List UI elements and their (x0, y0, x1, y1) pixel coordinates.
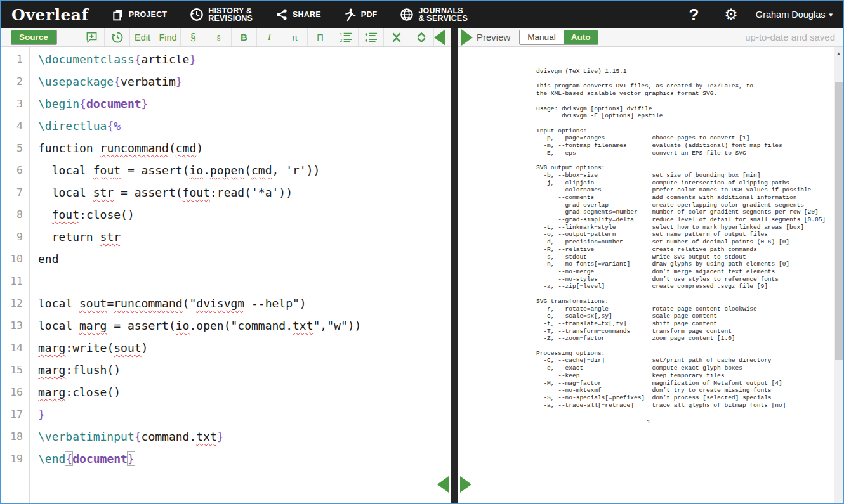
numbered-list-icon: 1 2 (340, 32, 352, 43)
code-line[interactable]: local str = assert(fout:read('*a')) (38, 181, 451, 204)
code-line[interactable] (38, 270, 451, 292)
find-button[interactable]: Find (155, 28, 180, 46)
bullet-list-button[interactable] (358, 28, 383, 46)
nav-project[interactable]: PROJECT (100, 1, 178, 28)
code-editor[interactable]: 12345678910111213141516171819 \documentc… (1, 47, 451, 503)
source-mode-button[interactable]: Source (11, 30, 56, 44)
user-menu[interactable]: Graham Douglas ▾ (749, 10, 843, 20)
track-changes-button[interactable] (104, 28, 129, 46)
code-line[interactable]: \end{document} (38, 448, 451, 470)
scroll-up-icon[interactable]: ▲ (834, 47, 843, 56)
line-number: 9 (1, 226, 23, 248)
code-line[interactable]: \verbatiminput{command.txt} (38, 425, 451, 448)
expand-preview-arrow-icon[interactable] (461, 29, 473, 46)
line-number: 4 (1, 115, 23, 137)
line-number: 17 (1, 403, 23, 425)
code-line[interactable]: } (38, 403, 451, 425)
line-number: 14 (1, 337, 23, 359)
collapse-sections-button[interactable] (383, 28, 409, 46)
section-icon[interactable]: § (190, 32, 196, 43)
nav-history-label: HISTORY & REVISIONS (208, 7, 253, 22)
svg-text:2: 2 (340, 37, 342, 43)
help-button[interactable]: ? (675, 5, 713, 25)
subsection-icon[interactable]: § (216, 34, 220, 41)
bullet-list-icon (365, 32, 378, 43)
nav-pdf-label: PDF (361, 11, 378, 18)
expand-sections-button[interactable] (409, 28, 434, 46)
nav-history-revisions[interactable]: HISTORY & REVISIONS (178, 1, 264, 28)
nav-pdf[interactable]: PDF (333, 1, 389, 28)
code-line[interactable]: end (38, 248, 451, 270)
code-line[interactable]: local sout=runcommand("dvisvgm --help") (38, 292, 451, 314)
text-cursor (135, 451, 136, 465)
line-number: 2 (1, 70, 23, 93)
navbar-right: ? ⚙ Graham Douglas ▾ (675, 1, 843, 28)
comment-plus-icon (86, 31, 98, 43)
preview-pane: Preview Manual Auto up-to-date and saved… (458, 28, 843, 503)
line-number: 8 (1, 204, 23, 226)
editor-toolbar: Source Rich Text (1, 28, 451, 47)
compile-mode-toggle: Manual Auto (519, 30, 598, 45)
collapse-editor-arrow-icon[interactable] (434, 29, 445, 46)
preview-scrollbar[interactable]: ▲ (834, 47, 843, 503)
code-line[interactable]: \directlua{% (38, 115, 451, 137)
pdf-page: dvisvgm (TeX Live) 1.15.1 This program c… (458, 47, 839, 425)
line-number: 18 (1, 425, 23, 448)
main-split: Source Rich Text (1, 28, 843, 503)
code-line[interactable]: local marg = assert(io.open("command.txt… (38, 314, 451, 337)
code-line[interactable]: marg:flush() (38, 359, 451, 381)
line-number: 19 (1, 448, 23, 470)
add-comment-button[interactable] (79, 28, 104, 46)
pdf-page-number: 1 (458, 418, 761, 425)
code-line[interactable]: function runcommand(cmd) (38, 137, 451, 159)
line-number: 7 (1, 181, 23, 204)
preview-bottom-expand-icon[interactable] (460, 476, 471, 493)
scrollbar-thumb[interactable] (835, 82, 843, 360)
code-line[interactable]: fout:close() (38, 204, 451, 226)
code-line[interactable]: \documentclass{article} (38, 48, 451, 70)
line-number: 10 (1, 248, 23, 270)
display-math-button[interactable]: Π (307, 28, 333, 46)
nav-share-label: SHARE (293, 11, 321, 18)
expand-icon (415, 31, 428, 44)
line-numbers: 12345678910111213141516171819 (1, 47, 30, 503)
line-number: 12 (1, 292, 23, 314)
bold-icon[interactable]: B (241, 32, 247, 42)
auto-compile-button[interactable]: Auto (564, 30, 598, 44)
pane-resizer[interactable] (451, 28, 458, 503)
section-button: § (180, 28, 206, 46)
italic-button: I (256, 28, 282, 46)
bold-button: B (231, 28, 256, 46)
code-line[interactable]: marg:write(sout) (38, 337, 451, 359)
manual-compile-button[interactable]: Manual (520, 30, 563, 44)
code-lines[interactable]: \documentclass{article}\usepackage{verba… (30, 47, 451, 503)
history-icon (190, 8, 204, 22)
editor-bottom-collapse-icon[interactable] (437, 476, 449, 493)
edit-button[interactable]: Edit (129, 28, 155, 46)
nav-share[interactable]: SHARE (264, 1, 333, 28)
share-icon (275, 8, 288, 21)
line-number: 16 (1, 381, 23, 403)
chevron-down-icon: ▾ (829, 11, 833, 19)
code-line[interactable]: marg:close() (38, 381, 451, 403)
numbered-list-button[interactable]: 1 2 (333, 28, 358, 46)
pdf-viewer[interactable]: dvisvgm (TeX Live) 1.15.1 This program c… (458, 47, 843, 503)
line-number: 3 (1, 93, 23, 115)
italic-icon[interactable]: I (268, 32, 271, 42)
code-line[interactable]: return str (38, 226, 451, 248)
history-restore-icon (111, 31, 124, 44)
editor-pane: Source Rich Text (1, 28, 451, 503)
code-line[interactable]: \usepackage{verbatim} (38, 70, 451, 93)
overleaf-logo[interactable]: Overleaf (1, 6, 100, 24)
preview-toolbar: Preview Manual Auto up-to-date and saved (458, 28, 843, 47)
rich-text-mode-button[interactable]: Rich Text (56, 30, 57, 44)
subsection-button: § (206, 28, 231, 46)
code-line[interactable]: \begin{document} (38, 93, 451, 115)
nav-journals-services[interactable]: JOURNALS & SERVICES (388, 1, 479, 28)
pdf-icon (344, 8, 357, 22)
inline-math-button[interactable]: π (282, 28, 307, 46)
top-navbar: Overleaf PROJECT HISTORY & REVISIONS (1, 1, 843, 28)
code-line[interactable]: local fout = assert(io.popen(cmd, 'r')) (38, 159, 451, 181)
nav-project-label: PROJECT (129, 11, 167, 18)
gear-icon[interactable]: ⚙ (713, 6, 749, 23)
